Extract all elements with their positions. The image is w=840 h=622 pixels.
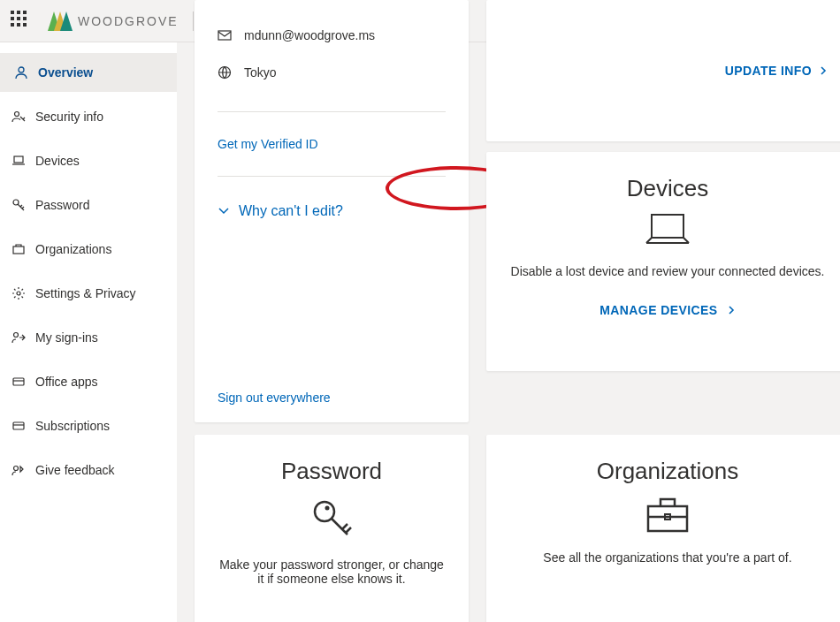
sidebar-item-security[interactable]: Security info — [0, 97, 177, 136]
svg-point-8 — [17, 292, 20, 295]
update-info-card: UPDATE INFO — [486, 0, 840, 141]
svg-point-17 — [325, 506, 330, 511]
password-card-desc: Make your password stronger, or change i… — [216, 558, 447, 586]
devices-card: Devices Disable a lost device and review… — [486, 152, 840, 371]
sidebar-item-office[interactable]: Office apps — [0, 362, 177, 401]
key-person-icon — [11, 109, 27, 125]
sidebar-item-devices[interactable]: Devices — [0, 141, 177, 180]
globe-icon — [218, 65, 232, 80]
sidebar: Overview Security info Devices Password — [0, 42, 177, 622]
key-icon — [307, 494, 356, 543]
organizations-card-title: Organizations — [508, 458, 828, 485]
svg-rect-5 — [14, 156, 23, 163]
svg-rect-7 — [13, 247, 24, 254]
svg-rect-11 — [13, 422, 24, 429]
password-card-title: Password — [216, 458, 447, 485]
briefcase-icon — [11, 241, 27, 257]
update-info-link[interactable]: UPDATE INFO — [725, 64, 828, 78]
chevron-right-icon — [727, 306, 736, 315]
sidebar-item-label: Subscriptions — [35, 419, 110, 433]
get-verified-id-link[interactable]: Get my Verified ID — [218, 137, 446, 151]
sidebar-item-feedback[interactable]: Give feedback — [0, 451, 177, 489]
organizations-card-desc: See all the organizations that you're a … — [508, 550, 828, 565]
devices-card-title: Devices — [508, 175, 828, 202]
brand: WOODGROVE — [48, 11, 194, 31]
sidebar-item-label: Organizations — [35, 242, 111, 256]
briefcase-icon — [643, 494, 692, 536]
svg-point-3 — [19, 67, 24, 72]
chevron-right-icon — [819, 66, 828, 75]
profile-region: Tokyo — [244, 65, 277, 80]
key-icon — [11, 197, 27, 213]
sidebar-item-settings[interactable]: Settings & Privacy — [0, 274, 177, 313]
svg-point-9 — [14, 333, 19, 338]
manage-devices-link[interactable]: MANAGE DEVICES — [508, 303, 828, 317]
svg-point-12 — [14, 466, 19, 471]
password-card: Password Make your password stronger, or… — [195, 435, 469, 622]
svg-rect-13 — [218, 31, 231, 40]
update-info-text: UPDATE INFO — [725, 64, 812, 78]
laptop-icon — [643, 211, 692, 250]
brand-name: WOODGROVE — [78, 14, 179, 28]
sidebar-item-overview[interactable]: Overview — [0, 53, 177, 92]
svg-rect-10 — [13, 378, 24, 385]
why-cant-edit-link[interactable]: Why can't I edit? — [218, 203, 446, 219]
apps-icon — [11, 374, 27, 390]
sidebar-item-label: Security info — [35, 110, 103, 124]
sidebar-item-password[interactable]: Password — [0, 186, 177, 224]
organizations-card: Organizations See all the organizations … — [486, 435, 840, 622]
sign-out-everywhere-link[interactable]: Sign out everywhere — [218, 391, 446, 405]
devices-card-desc: Disable a lost device and review your co… — [508, 264, 828, 278]
svg-point-4 — [15, 112, 19, 117]
laptop-icon — [11, 153, 27, 169]
sidebar-item-label: My sign-ins — [35, 330, 98, 345]
feedback-icon — [11, 462, 27, 478]
app-launcher-icon[interactable] — [11, 11, 32, 32]
sidebar-item-label: Devices — [35, 154, 80, 168]
sidebar-item-organizations[interactable]: Organizations — [0, 230, 177, 269]
card-icon — [11, 418, 27, 434]
woodgrove-logo-icon — [48, 11, 73, 31]
sidebar-item-label: Office apps — [35, 375, 98, 389]
gear-icon — [11, 285, 27, 301]
chevron-down-icon — [218, 205, 230, 217]
sidebar-item-signins[interactable]: My sign-ins — [0, 318, 177, 357]
why-link-text: Why can't I edit? — [239, 203, 343, 219]
sidebar-item-label: Give feedback — [35, 463, 115, 477]
profile-card: mdunn@woodgrove.ms Tokyo Get my Verified… — [195, 0, 469, 422]
sidebar-item-label: Settings & Privacy — [35, 286, 136, 300]
sidebar-item-label: Password — [35, 198, 89, 212]
svg-rect-15 — [652, 215, 683, 238]
svg-point-16 — [315, 502, 334, 521]
profile-email: mdunn@woodgrove.ms — [244, 28, 375, 42]
sidebar-item-label: Overview — [38, 65, 93, 80]
manage-devices-text: MANAGE DEVICES — [599, 303, 717, 317]
signin-icon — [11, 330, 27, 345]
mail-icon — [218, 28, 232, 42]
sidebar-item-subscriptions[interactable]: Subscriptions — [0, 406, 177, 445]
person-icon — [13, 64, 29, 80]
